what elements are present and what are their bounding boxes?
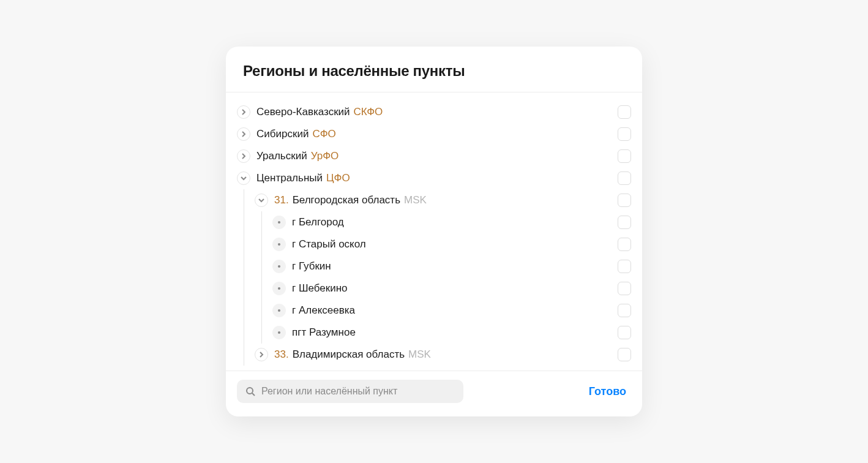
region-tree: Северо-Кавказский СКФО Сибирский СФО Ура… [226, 92, 642, 371]
region-checkbox[interactable] [618, 171, 631, 185]
tree-guide [244, 299, 244, 322]
chevron-down-icon [258, 197, 264, 203]
city-checkbox[interactable] [618, 238, 631, 251]
chevron-right-icon [241, 153, 247, 159]
expand-toggle[interactable] [255, 194, 268, 207]
city-checkbox[interactable] [618, 326, 631, 339]
city-row: г Старый оскол [237, 233, 631, 255]
modal-footer: Готово [226, 371, 642, 416]
city-row: г Губкин [237, 255, 631, 277]
expand-toggle[interactable] [237, 127, 250, 141]
search-icon [245, 386, 255, 396]
bullet-icon [272, 238, 286, 251]
tree-guide [244, 344, 244, 366]
city-label[interactable]: г Губкин [292, 260, 618, 273]
chevron-down-icon [241, 175, 247, 181]
chevron-right-icon [258, 352, 264, 358]
city-row: пгт Разумное [237, 322, 631, 344]
tree-guide [261, 255, 262, 277]
expand-toggle[interactable] [255, 348, 268, 361]
region-checkbox[interactable] [618, 149, 631, 163]
subregion-row: 31. Белгородская область MSK [237, 189, 631, 211]
city-label[interactable]: г Алексеевка [292, 304, 618, 317]
tree-guide [261, 277, 262, 299]
done-button[interactable]: Готово [589, 385, 626, 398]
bullet-icon [272, 326, 286, 339]
region-row: Северо-Кавказский СКФО [237, 101, 631, 123]
city-label[interactable]: г Старый оскол [292, 238, 618, 250]
city-checkbox[interactable] [618, 260, 631, 273]
bullet-icon [272, 260, 286, 273]
bullet-icon [272, 216, 286, 229]
tree-guide [244, 233, 244, 255]
city-row: г Шебекино [237, 277, 631, 299]
modal-title: Регионы и населённые пункты [243, 62, 625, 80]
bullet-icon [272, 282, 286, 295]
city-checkbox[interactable] [618, 216, 631, 229]
region-label[interactable]: Уральский УрФО [256, 150, 618, 162]
search-field[interactable] [237, 380, 463, 403]
subregion-row: 33. Владимирская область MSK [237, 344, 631, 366]
svg-point-0 [247, 388, 253, 394]
subregion-checkbox[interactable] [618, 194, 631, 207]
tree-guide [261, 211, 262, 233]
city-label[interactable]: г Белгород [292, 216, 618, 228]
region-label[interactable]: Сибирский СФО [256, 128, 618, 140]
expand-toggle[interactable] [237, 105, 250, 119]
tree-guide [261, 233, 262, 255]
region-label[interactable]: Центральный ЦФО [256, 172, 618, 184]
tree-guide [244, 322, 244, 344]
tree-guide [244, 277, 244, 299]
region-row: Уральский УрФО [237, 145, 631, 167]
region-checkbox[interactable] [618, 127, 631, 141]
region-row: Центральный ЦФО [237, 167, 631, 189]
expand-toggle[interactable] [237, 149, 250, 163]
chevron-right-icon [241, 109, 247, 115]
city-label[interactable]: пгт Разумное [292, 326, 618, 339]
search-input[interactable] [261, 386, 455, 397]
tree-guide [261, 299, 262, 322]
bullet-icon [272, 304, 286, 317]
chevron-right-icon [241, 131, 247, 137]
city-checkbox[interactable] [618, 304, 631, 317]
region-label[interactable]: Северо-Кавказский СКФО [256, 106, 618, 118]
city-row: г Алексеевка [237, 299, 631, 322]
region-selector-modal: Регионы и населённые пункты Северо-Кавка… [226, 47, 642, 416]
subregion-label[interactable]: 33. Владимирская область MSK [274, 348, 618, 361]
region-row: Сибирский СФО [237, 123, 631, 145]
tree-guide [244, 211, 244, 233]
city-checkbox[interactable] [618, 282, 631, 295]
subregion-checkbox[interactable] [618, 348, 631, 361]
modal-header: Регионы и населённые пункты [226, 47, 642, 92]
tree-guide [261, 322, 262, 344]
region-checkbox[interactable] [618, 105, 631, 119]
city-row: г Белгород [237, 211, 631, 233]
city-label[interactable]: г Шебекино [292, 282, 618, 295]
tree-guide [244, 189, 244, 211]
subregion-label[interactable]: 31. Белгородская область MSK [274, 194, 618, 206]
expand-toggle[interactable] [237, 171, 250, 185]
tree-guide [244, 255, 244, 277]
